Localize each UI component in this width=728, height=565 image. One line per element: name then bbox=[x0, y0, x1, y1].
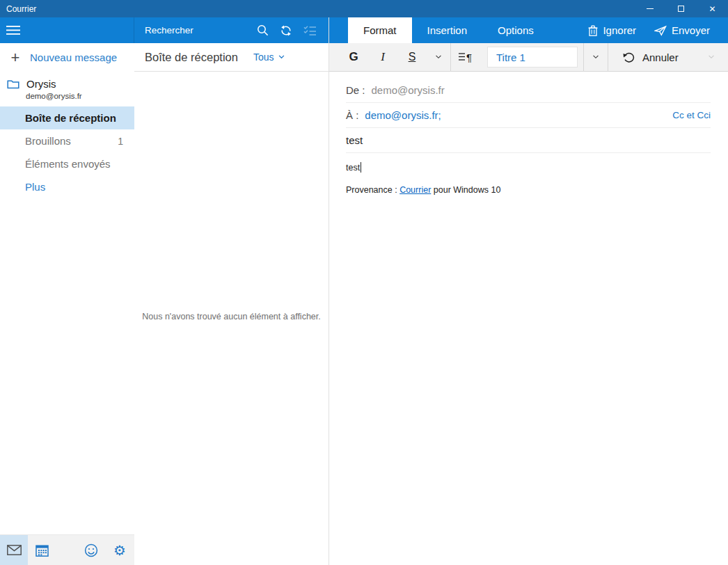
text-cursor bbox=[361, 162, 361, 173]
sidebar-item-sent[interactable]: Éléments envoyés bbox=[0, 152, 134, 175]
font-options-dropdown[interactable] bbox=[427, 43, 450, 71]
sidebar-item-inbox[interactable]: Boîte de réception bbox=[0, 106, 134, 129]
tab-label: Insertion bbox=[427, 24, 468, 36]
smiley-icon bbox=[84, 543, 98, 557]
paragraph-format-icon: ¶ bbox=[459, 51, 473, 63]
chevron-down-icon bbox=[708, 55, 715, 59]
sidebar-top-bar bbox=[0, 17, 134, 43]
chevron-down-icon bbox=[435, 55, 442, 59]
folder-label: Brouillons bbox=[25, 135, 71, 147]
sidebar-item-more[interactable]: Plus bbox=[0, 175, 134, 198]
tab-label: Format bbox=[363, 24, 397, 36]
list-title: Boîte de réception bbox=[145, 51, 238, 64]
account-name: Orysis bbox=[26, 78, 56, 90]
new-message-button[interactable]: + Nouveau message bbox=[0, 43, 134, 72]
maximize-icon bbox=[678, 6, 684, 12]
send-icon bbox=[654, 25, 667, 36]
drafts-count-badge: 1 bbox=[118, 136, 123, 147]
feedback-button[interactable] bbox=[77, 535, 105, 565]
paragraph-format-button[interactable]: ¶ bbox=[451, 43, 480, 71]
sidebar-bottom-dock: ⚙ bbox=[0, 534, 134, 565]
to-field[interactable]: À : demo@orysis.fr; Cc et Cci bbox=[346, 103, 711, 128]
folder-icon bbox=[7, 79, 19, 89]
compose-pane: Format Insertion Options bbox=[329, 17, 728, 565]
plus-icon: + bbox=[7, 49, 24, 67]
minimize-icon bbox=[647, 8, 654, 9]
maximize-button[interactable] bbox=[665, 0, 697, 17]
to-value[interactable]: demo@orysis.fr; bbox=[365, 109, 441, 121]
send-button[interactable]: Envoyer bbox=[654, 24, 710, 36]
empty-list-message: Nous n'avons trouvé aucun élément à affi… bbox=[134, 312, 329, 321]
folder-label: Boîte de réception bbox=[25, 112, 116, 124]
message-list-pane: Rechercher bbox=[134, 17, 329, 565]
sidebar: + Nouveau message Orysis demo@orysis.fr … bbox=[0, 17, 134, 565]
trash-icon bbox=[588, 25, 598, 36]
format-toolbar: G I S ¶ Titre 1 bbox=[329, 43, 728, 72]
window-controls: ✕ bbox=[634, 0, 728, 17]
sync-button[interactable] bbox=[274, 24, 298, 37]
title-bar: Courrier ✕ bbox=[0, 0, 728, 17]
close-button[interactable]: ✕ bbox=[697, 0, 728, 17]
dock-spacer bbox=[56, 535, 77, 565]
from-value: demo@orysis.fr bbox=[372, 84, 445, 96]
style-name: Titre 1 bbox=[496, 51, 525, 63]
underline-button[interactable]: S bbox=[397, 43, 427, 71]
calendar-icon bbox=[35, 544, 49, 557]
search-icon bbox=[257, 24, 269, 36]
signature-line: Provenance : Courrier pour Windows 10 bbox=[346, 185, 711, 195]
toolbar-separator bbox=[608, 43, 608, 72]
compose-actions: Ignorer Envoyer bbox=[588, 17, 728, 43]
minimize-button[interactable] bbox=[634, 0, 665, 17]
discard-button[interactable]: Ignorer bbox=[588, 24, 636, 36]
from-label: De : bbox=[346, 84, 365, 96]
mail-nav-button[interactable] bbox=[0, 535, 28, 565]
undo-icon bbox=[622, 51, 635, 63]
tab-insertion[interactable]: Insertion bbox=[412, 17, 483, 43]
tab-options[interactable]: Options bbox=[482, 17, 549, 43]
courrier-link[interactable]: Courrier bbox=[399, 185, 431, 195]
ribbon-tab-bar: Format Insertion Options bbox=[329, 17, 728, 43]
subject-field[interactable]: test bbox=[346, 128, 711, 153]
select-messages-button[interactable] bbox=[298, 25, 322, 35]
search-button[interactable] bbox=[251, 24, 274, 36]
multi-select-icon bbox=[303, 25, 317, 35]
sync-icon bbox=[280, 24, 292, 37]
settings-button[interactable]: ⚙ bbox=[105, 535, 134, 565]
bold-button[interactable]: G bbox=[339, 43, 368, 71]
style-selector[interactable]: Titre 1 bbox=[487, 47, 578, 67]
compose-header-fields: De : demo@orysis.fr À : demo@orysis.fr; … bbox=[329, 72, 728, 153]
signature-prefix: Provenance : bbox=[346, 185, 399, 195]
search-input[interactable]: Rechercher bbox=[145, 25, 251, 35]
filter-dropdown[interactable]: Tous bbox=[253, 51, 285, 63]
cc-bcc-link[interactable]: Cc et Cci bbox=[672, 110, 711, 120]
account-section[interactable]: Orysis demo@orysis.fr bbox=[0, 72, 134, 100]
new-message-label: Nouveau message bbox=[30, 51, 117, 63]
undo-button[interactable]: Annuler bbox=[622, 51, 679, 63]
redo-dropdown-disabled bbox=[699, 43, 723, 71]
from-field[interactable]: De : demo@orysis.fr bbox=[346, 78, 711, 103]
chevron-down-icon bbox=[278, 55, 285, 59]
account-email: demo@orysis.fr bbox=[26, 92, 127, 100]
pilcrow-glyph: ¶ bbox=[466, 51, 472, 63]
to-label: À : bbox=[346, 109, 358, 121]
undo-label: Annuler bbox=[642, 51, 679, 63]
styles-dropdown[interactable] bbox=[584, 43, 608, 71]
send-label: Envoyer bbox=[672, 24, 710, 36]
folder-list: Boîte de réception Brouillons 1 Éléments… bbox=[0, 106, 134, 198]
body-text: test bbox=[346, 163, 360, 173]
italic-button[interactable]: I bbox=[368, 43, 397, 71]
filter-label: Tous bbox=[253, 51, 274, 63]
tab-format[interactable]: Format bbox=[348, 17, 412, 43]
hamburger-menu-button[interactable] bbox=[6, 25, 20, 35]
chevron-down-icon bbox=[592, 55, 599, 59]
discard-label: Ignorer bbox=[603, 24, 636, 36]
folder-label: Éléments envoyés bbox=[25, 158, 111, 170]
sidebar-item-drafts[interactable]: Brouillons 1 bbox=[0, 129, 134, 152]
close-icon: ✕ bbox=[709, 5, 715, 13]
message-body-editor[interactable]: test Provenance : Courrier pour Windows … bbox=[329, 153, 728, 195]
calendar-nav-button[interactable] bbox=[28, 535, 56, 565]
signature-suffix: pour Windows 10 bbox=[431, 185, 500, 195]
search-bar[interactable]: Rechercher bbox=[134, 17, 329, 43]
list-header: Boîte de réception Tous bbox=[134, 43, 329, 72]
mail-icon bbox=[7, 545, 22, 555]
